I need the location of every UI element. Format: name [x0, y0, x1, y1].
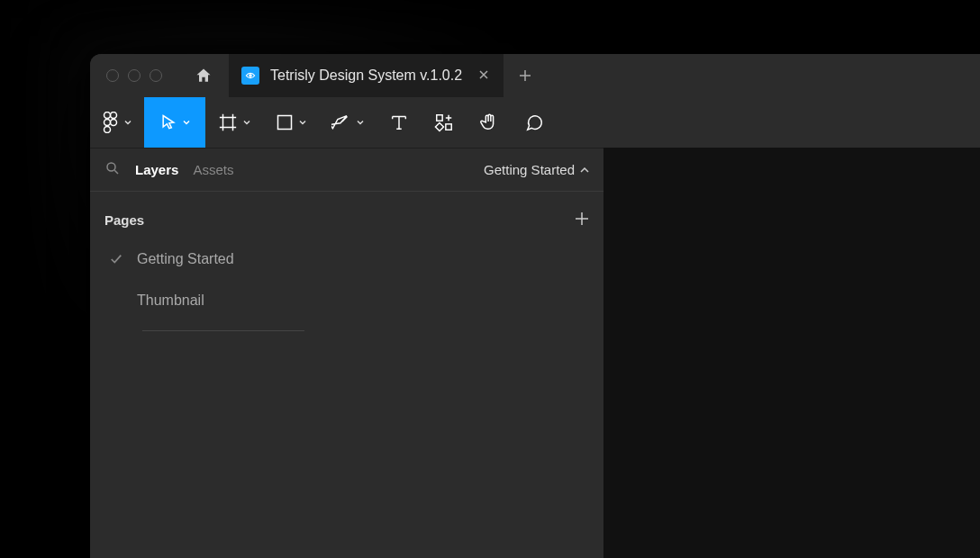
svg-point-4 [111, 120, 117, 126]
svg-point-0 [250, 75, 251, 76]
page-selector-label: Getting Started [484, 162, 575, 177]
home-icon [195, 67, 213, 85]
close-tab-button[interactable] [478, 68, 489, 84]
svg-point-10 [107, 163, 115, 171]
main-menu-button[interactable] [90, 97, 144, 148]
svg-point-5 [104, 127, 111, 133]
svg-point-1 [104, 112, 111, 119]
assets-tab[interactable]: Assets [193, 162, 233, 177]
page-item-getting-started[interactable]: Getting Started [90, 238, 603, 280]
frame-tool[interactable] [205, 97, 263, 148]
pen-icon [331, 112, 351, 132]
comment-tool[interactable] [512, 97, 557, 148]
text-tool[interactable] [377, 97, 422, 148]
chevron-down-icon [299, 119, 306, 126]
home-tab[interactable] [178, 54, 229, 97]
chevron-up-icon [580, 167, 589, 173]
svg-rect-9 [446, 124, 451, 130]
resources-tool[interactable] [422, 97, 467, 148]
comment-icon [524, 112, 544, 132]
page-name: Thumbnail [137, 292, 204, 309]
file-tab[interactable]: Tetrisly Design System v.1.0.2 [229, 54, 504, 97]
file-tab-title: Tetrisly Design System v.1.0.2 [270, 68, 462, 84]
cursor-icon [159, 113, 177, 131]
page-divider [142, 330, 304, 331]
plus-icon [575, 212, 589, 226]
pen-tool[interactable] [319, 97, 377, 148]
text-icon [389, 112, 409, 132]
plus-icon [518, 68, 532, 83]
chevron-down-icon [124, 119, 132, 126]
app-window: Tetrisly Design System v.1.0.2 [90, 54, 980, 558]
resources-icon [434, 112, 454, 132]
close-icon [478, 69, 489, 80]
layers-tab[interactable]: Layers [135, 162, 178, 177]
hand-tool[interactable] [467, 97, 512, 148]
canvas[interactable] [603, 148, 980, 558]
figma-logo-icon [103, 112, 119, 133]
svg-point-3 [104, 120, 111, 126]
svg-rect-7 [437, 115, 442, 121]
page-name: Getting Started [137, 251, 234, 267]
search-button[interactable] [104, 160, 121, 180]
pages-label: Pages [104, 212, 144, 228]
svg-rect-8 [435, 123, 443, 131]
add-page-button[interactable] [575, 208, 589, 231]
toolbar [90, 97, 980, 148]
rectangle-icon [276, 113, 294, 131]
page-item-thumbnail[interactable]: Thumbnail [90, 280, 603, 321]
svg-point-2 [111, 112, 117, 119]
close-window-button[interactable] [106, 69, 119, 82]
svg-rect-6 [278, 116, 292, 130]
chevron-down-icon [243, 119, 250, 126]
hand-icon [479, 112, 499, 132]
zoom-window-button[interactable] [150, 69, 162, 82]
minimize-window-button[interactable] [128, 69, 141, 82]
search-icon [104, 160, 121, 176]
panel-header: Layers Assets Getting Started [90, 148, 603, 192]
left-panel: Layers Assets Getting Started Pages Gett… [90, 148, 603, 558]
pages-section-header: Pages [90, 192, 603, 238]
check-icon [108, 253, 124, 266]
window-controls [90, 69, 178, 82]
new-tab-button[interactable] [504, 54, 547, 97]
chevron-down-icon [183, 119, 190, 126]
title-bar: Tetrisly Design System v.1.0.2 [90, 54, 980, 97]
move-tool[interactable] [144, 97, 205, 148]
figma-file-icon [241, 67, 259, 85]
chevron-down-icon [357, 119, 364, 126]
frame-icon [218, 112, 238, 132]
shape-tool[interactable] [263, 97, 319, 148]
page-selector[interactable]: Getting Started [484, 162, 589, 177]
